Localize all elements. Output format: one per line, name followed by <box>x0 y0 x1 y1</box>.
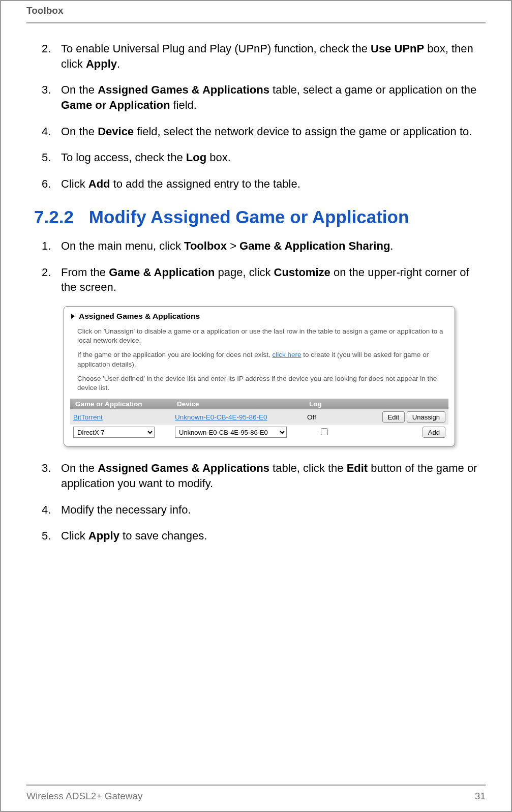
click-here-link[interactable]: click here <box>272 351 301 358</box>
instruction-list-a: 2.To enable Universal Plug and Play (UPn… <box>34 41 478 192</box>
game-app-select[interactable]: DirectX 7 <box>73 427 155 438</box>
list-text: To enable Universal Plug and Play (UPnP)… <box>61 41 478 71</box>
list-text: Click Add to add the assigned entry to t… <box>61 176 478 192</box>
list-text: Click Apply to save changes. <box>61 528 478 544</box>
list-item: 3.On the Assigned Games & Applications t… <box>42 82 478 112</box>
list-number: 4. <box>42 124 61 139</box>
table-row: BitTorrent Unknown-E0-CB-4E-95-86-E0 Off… <box>70 409 448 425</box>
list-number: 3. <box>42 82 61 112</box>
device-select[interactable]: Unknown-E0-CB-4E-95-86-E0 <box>175 427 287 438</box>
screenshot-figure: Assigned Games & Applications Click on '… <box>64 306 455 446</box>
add-button[interactable]: Add <box>423 427 445 438</box>
footer-page-number: 31 <box>475 791 486 802</box>
list-item: 1.On the main menu, click Toolbox > Game… <box>42 238 478 254</box>
caret-icon <box>71 314 75 319</box>
list-text: To log access, check the Log box. <box>61 150 478 165</box>
footer-left: Wireless ADSL2+ Gateway <box>26 791 143 802</box>
list-item: 4.Modify the necessary info. <box>42 502 478 518</box>
list-number: 1. <box>42 238 61 254</box>
list-number: 5. <box>42 528 61 544</box>
figure-para-2: If the game or the application you are l… <box>70 347 448 371</box>
section-number: 7.2.2 <box>34 207 74 227</box>
figure-title: Assigned Games & Applications <box>79 312 200 321</box>
list-item: 2.To enable Universal Plug and Play (UPn… <box>42 41 478 71</box>
list-number: 6. <box>42 176 61 192</box>
page-footer: Wireless ADSL2+ Gateway 31 <box>26 785 486 802</box>
header-title: Toolbox <box>26 5 486 16</box>
list-text: From the Game & Application page, click … <box>61 265 478 295</box>
device-link[interactable]: Unknown-E0-CB-4E-95-86-E0 <box>175 413 267 421</box>
list-number: 3. <box>42 461 61 491</box>
edit-button[interactable]: Edit <box>382 411 405 423</box>
col-device: Device <box>172 399 304 409</box>
list-item: 2.From the Game & Application page, clic… <box>42 265 478 295</box>
page-header: Toolbox <box>26 1 486 23</box>
list-item: 3.On the Assigned Games & Applications t… <box>42 461 478 491</box>
section-title: Modify Assigned Game or Application <box>89 207 409 227</box>
list-item: 6.Click Add to add the assigned entry to… <box>42 176 478 192</box>
list-number: 4. <box>42 502 61 518</box>
figure-header: Assigned Games & Applications <box>70 310 448 324</box>
list-item: 5.Click Apply to save changes. <box>42 528 478 544</box>
list-number: 5. <box>42 150 61 165</box>
col-log: Log <box>304 399 345 409</box>
list-text: On the Assigned Games & Applications tab… <box>61 82 478 112</box>
list-number: 2. <box>42 265 61 295</box>
figure-para-1: Click on 'Unassign' to disable a game or… <box>70 324 448 347</box>
list-item: 5.To log access, check the Log box. <box>42 150 478 165</box>
instruction-list-c: 3.On the Assigned Games & Applications t… <box>34 461 478 544</box>
table-row: DirectX 7 Unknown-E0-CB-4E-95-86-E0 <box>70 425 448 440</box>
list-text: On the main menu, click Toolbox > Game &… <box>61 238 478 254</box>
col-game-app: Game or Application <box>70 399 172 409</box>
instruction-list-b: 1.On the main menu, click Toolbox > Game… <box>34 238 478 295</box>
assigned-apps-table: Game or Application Device Log BitTorren… <box>70 399 448 440</box>
list-text: On the Assigned Games & Applications tab… <box>61 461 478 491</box>
list-item: 4.On the Device field, select the networ… <box>42 124 478 139</box>
list-text: On the Device field, select the network … <box>61 124 478 139</box>
log-checkbox[interactable] <box>321 428 328 435</box>
figure-para-3: Choose 'User-defined' in the device list… <box>70 371 448 395</box>
unassign-button[interactable]: Unassign <box>407 411 445 423</box>
list-number: 2. <box>42 41 61 71</box>
list-text: Modify the necessary info. <box>61 502 478 518</box>
app-bittorrent-link[interactable]: BitTorrent <box>73 413 103 421</box>
log-status: Off <box>304 409 345 425</box>
section-heading: 7.2.2 Modify Assigned Game or Applicatio… <box>34 207 478 227</box>
